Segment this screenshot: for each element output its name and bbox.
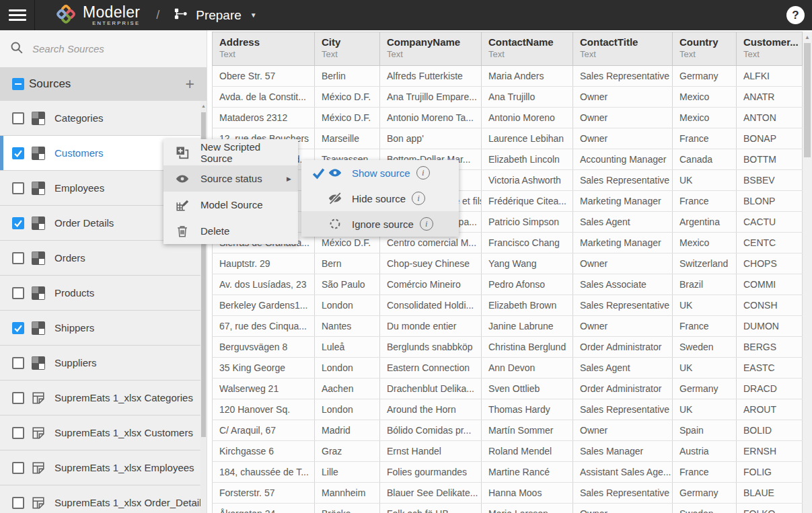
column-header[interactable]: CompanyName Text bbox=[379, 32, 481, 65]
table-cell[interactable]: Sweden bbox=[672, 504, 736, 513]
table-cell[interactable]: Mannheim bbox=[314, 483, 379, 503]
table-cell[interactable]: Bon app' bbox=[379, 128, 481, 149]
table-cell[interactable]: Forsterstr. 57 bbox=[212, 483, 314, 503]
table-cell[interactable]: Owner bbox=[573, 87, 672, 107]
table-cell[interactable]: Owner bbox=[573, 128, 672, 149]
table-row[interactable]: Kirchgasse 6GrazErnst HandelRoland Mende… bbox=[212, 441, 803, 462]
table-row[interactable]: Obere Str. 57BerlinAlfreds FutterkisteMa… bbox=[212, 66, 803, 87]
table-row[interactable]: Fauntleroy CircusLondonB's BeveragesVict… bbox=[212, 170, 803, 191]
table-cell[interactable]: Eastern Connection bbox=[379, 358, 481, 378]
table-cell[interactable]: 67, rue des Cinqua... bbox=[212, 316, 314, 336]
table-cell[interactable]: UK bbox=[672, 170, 736, 190]
table-cell[interactable]: Elizabeth Brown bbox=[481, 295, 573, 315]
table-cell[interactable]: Consolidated Holdi... bbox=[379, 295, 481, 315]
table-cell[interactable]: Antonio Moreno Ta... bbox=[379, 108, 481, 128]
table-cell[interactable]: Berkeley Gardens1... bbox=[212, 295, 314, 315]
source-checkbox[interactable] bbox=[12, 217, 24, 229]
source-checkbox[interactable] bbox=[12, 287, 24, 299]
source-checkbox[interactable] bbox=[12, 252, 24, 264]
table-cell[interactable]: 184, chaussée de T... bbox=[212, 462, 314, 482]
table-cell[interactable]: Bólido Comidas pr... bbox=[379, 420, 481, 440]
table-row[interactable]: C/ Araquil, 67MadridBólido Comidas pr...… bbox=[212, 420, 803, 441]
table-cell[interactable]: Francisco Chang bbox=[481, 233, 573, 253]
table-cell[interactable]: Sweden bbox=[672, 337, 736, 357]
table-cell[interactable]: COMMI bbox=[736, 274, 803, 294]
table-cell[interactable]: Antonio Moreno bbox=[481, 108, 573, 128]
table-cell[interactable]: Assistant Sales Age... bbox=[573, 462, 672, 482]
table-cell[interactable]: Marketing Manager bbox=[573, 191, 672, 211]
table-cell[interactable]: Sales Associate bbox=[573, 274, 672, 294]
table-cell[interactable]: Martine Rancé bbox=[481, 462, 573, 482]
table-cell[interactable]: Sales Representative bbox=[573, 170, 672, 190]
table-cell[interactable]: Yang Wang bbox=[481, 253, 573, 274]
table-cell[interactable]: Mexico bbox=[672, 108, 736, 128]
table-cell[interactable]: Bräcke bbox=[314, 504, 379, 513]
table-cell[interactable]: C/ Araquil, 67 bbox=[212, 420, 314, 440]
table-row[interactable]: 184, chaussée de T...LilleFolies gourman… bbox=[212, 462, 803, 483]
table-cell[interactable]: Order Administrator bbox=[573, 337, 672, 357]
source-list-item[interactable]: SupremEats 1_xlsx Customers bbox=[0, 416, 200, 450]
table-cell[interactable]: Marketing Manager bbox=[573, 233, 672, 253]
table-cell[interactable]: Owner bbox=[573, 504, 672, 513]
source-checkbox[interactable] bbox=[12, 427, 24, 439]
table-cell[interactable]: Around the Horn bbox=[379, 399, 481, 420]
info-icon[interactable]: i bbox=[420, 217, 433, 231]
table-cell[interactable]: DRACD bbox=[736, 379, 803, 399]
table-cell[interactable]: Germany bbox=[672, 483, 736, 503]
table-cell[interactable]: Laurence Lebihan bbox=[481, 128, 573, 149]
source-checkbox[interactable] bbox=[12, 392, 24, 404]
source-checkbox[interactable] bbox=[12, 322, 24, 334]
table-cell[interactable]: Sales Agent bbox=[573, 212, 672, 232]
submenu-item-show-source[interactable]: Show source i bbox=[301, 160, 459, 186]
table-cell[interactable]: UK bbox=[672, 399, 736, 420]
table-cell[interactable]: France bbox=[672, 191, 736, 211]
table-cell[interactable]: 35 King George bbox=[212, 358, 314, 378]
table-cell[interactable]: 120 Hanover Sq. bbox=[212, 399, 314, 420]
search-input[interactable] bbox=[32, 43, 197, 54]
table-cell[interactable]: Janine Labrune bbox=[481, 316, 573, 336]
table-cell[interactable]: Sales Representative bbox=[573, 295, 672, 315]
table-cell[interactable]: Folk och fä HB bbox=[379, 504, 481, 513]
table-cell[interactable]: Owner bbox=[573, 420, 672, 440]
table-cell[interactable]: Argentina bbox=[672, 212, 736, 232]
table-cell[interactable]: Owner bbox=[573, 316, 672, 336]
table-cell[interactable]: Aachen bbox=[314, 379, 379, 399]
source-checkbox[interactable] bbox=[12, 357, 24, 369]
table-cell[interactable]: Maria Anders bbox=[481, 66, 573, 86]
table-cell[interactable]: Graz bbox=[314, 441, 379, 461]
scroll-up-icon[interactable]: ▲ bbox=[200, 101, 207, 111]
app-logo[interactable]: Modeler ENTERPRISE bbox=[55, 3, 140, 28]
source-checkbox[interactable] bbox=[12, 182, 24, 194]
section-dropdown-caret-icon[interactable]: ▼ bbox=[250, 11, 257, 19]
table-cell[interactable]: Switzerland bbox=[672, 253, 736, 274]
table-cell[interactable]: Sales Representative bbox=[573, 483, 672, 503]
table-cell[interactable]: Sales Manager bbox=[573, 441, 672, 461]
table-row[interactable]: Walserweg 21AachenDrachenblut Delika...S… bbox=[212, 379, 803, 399]
source-list-item[interactable]: Shippers bbox=[0, 311, 200, 346]
table-cell[interactable]: ANATR bbox=[736, 87, 803, 107]
add-source-button[interactable]: + bbox=[186, 77, 194, 91]
table-cell[interactable]: México D.F. bbox=[314, 108, 379, 128]
source-list-item[interactable]: Categories bbox=[0, 101, 200, 136]
table-cell[interactable]: Germany bbox=[672, 379, 736, 399]
table-cell[interactable]: Ernst Handel bbox=[379, 441, 481, 461]
column-header[interactable]: ContactTitle Text bbox=[573, 32, 672, 65]
table-cell[interactable]: Folies gourmandes bbox=[379, 462, 481, 482]
submenu-item-ignore-source[interactable]: Ignore source i bbox=[301, 211, 459, 237]
table-row[interactable]: Mataderos 2312México D.F.Antonio Moreno … bbox=[212, 108, 803, 128]
source-list-item[interactable]: SupremEats 1_xlsx Employees bbox=[0, 450, 200, 485]
table-row[interactable]: Av. dos Lusíadas, 23São PauloComércio Mi… bbox=[212, 274, 803, 295]
table-cell[interactable]: Avda. de la Constit... bbox=[212, 87, 314, 107]
column-header[interactable]: ContactName Text bbox=[481, 32, 573, 65]
source-list-item[interactable]: Orders bbox=[0, 241, 200, 276]
table-cell[interactable]: Sales Representative bbox=[573, 399, 672, 420]
table-cell[interactable]: Drachenblut Delika... bbox=[379, 379, 481, 399]
table-cell[interactable]: Ana Trujillo Empare... bbox=[379, 87, 481, 107]
table-cell[interactable]: Alfreds Futterkiste bbox=[379, 66, 481, 86]
table-cell[interactable]: DUMON bbox=[736, 316, 803, 336]
table-cell[interactable]: BONAP bbox=[736, 128, 803, 149]
column-header[interactable]: City Text bbox=[314, 32, 379, 65]
info-icon[interactable]: i bbox=[416, 166, 430, 180]
table-cell[interactable]: CENTC bbox=[736, 233, 803, 253]
table-cell[interactable]: Christina Berglund bbox=[481, 337, 573, 357]
